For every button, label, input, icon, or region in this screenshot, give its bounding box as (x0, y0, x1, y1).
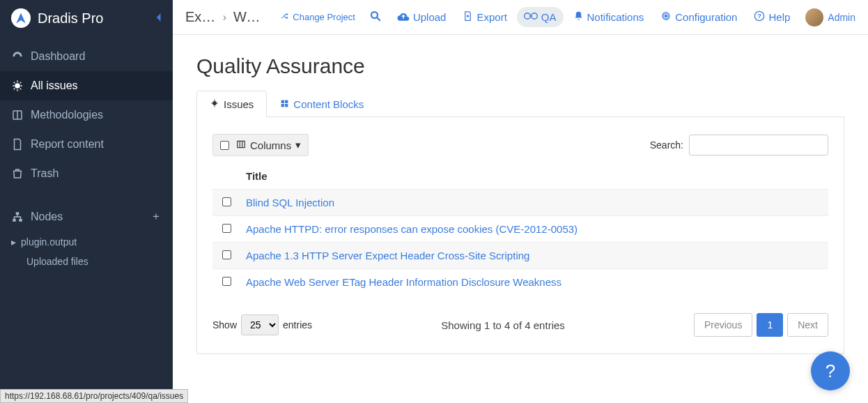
issues-table: Title Blind SQL Injection Apache HTTPD: … (212, 163, 828, 295)
sidebar-item-label: Trash (31, 167, 59, 180)
svg-line-7 (377, 17, 380, 21)
export-icon (463, 10, 473, 24)
search-input[interactable] (689, 135, 828, 155)
tree-item-label: plugin.output (21, 236, 77, 248)
svg-rect-18 (285, 104, 288, 107)
col-header-checkbox (212, 163, 240, 190)
svg-rect-19 (238, 141, 245, 147)
add-node-icon[interactable]: ＋ (150, 209, 162, 224)
tree-item-plugin-output[interactable]: ▸ plugin.output (11, 232, 173, 252)
grid-icon (280, 98, 289, 110)
svg-rect-3 (16, 212, 20, 215)
sidebar-item-all-issues[interactable]: All issues (0, 71, 173, 100)
page-title: Quality Assurance (196, 54, 844, 78)
next-page-button[interactable]: Next (787, 313, 828, 337)
configuration-button[interactable]: Configuration (653, 6, 744, 28)
nodes-tree: ▸ plugin.output Uploaded files (0, 232, 173, 271)
breadcrumb-project[interactable]: Exam… (185, 9, 216, 25)
book-icon (11, 109, 31, 121)
row-checkbox[interactable] (222, 224, 231, 233)
table-footer: Show 25 entries Showing 1 to 4 of 4 entr… (212, 313, 828, 337)
app-logo (11, 8, 31, 28)
svg-point-6 (371, 12, 378, 18)
admin-menu[interactable]: Admin (805, 8, 855, 26)
topbar: Exam… › Welco… Change Project Upload Exp… (173, 0, 868, 35)
page-length: Show 25 entries (212, 314, 312, 335)
collapse-sidebar-icon[interactable] (155, 13, 162, 24)
sidebar-item-dashboard[interactable]: Dashboard (0, 42, 173, 71)
row-checkbox[interactable] (222, 277, 231, 286)
help-button[interactable]: ? Help (747, 6, 797, 28)
svg-rect-4 (13, 219, 16, 222)
dashboard-icon (11, 50, 31, 63)
svg-point-0 (15, 83, 20, 89)
sidebar-item-report-content[interactable]: Report content (0, 130, 173, 159)
qa-button[interactable]: QA (517, 7, 564, 27)
issues-panel: Columns ▾ Search: Title (196, 117, 844, 354)
tree-item-label: Uploaded files (26, 256, 88, 267)
nodes-icon (11, 211, 31, 223)
issue-link[interactable]: Apache 1.3 HTTP Server Expect Header Cro… (240, 243, 828, 269)
tabs: Issues Content Blocks (196, 91, 844, 117)
page-1-button[interactable]: 1 (757, 313, 783, 337)
svg-point-14 (212, 101, 217, 105)
issue-link[interactable]: Apache HTTPD: error responses can expose… (240, 216, 828, 243)
search-button[interactable] (364, 6, 387, 29)
sidebar-nav: Dashboard All issues Methodologies Repor… (0, 42, 173, 271)
shuffle-icon (281, 12, 289, 22)
caret-down-icon: ▾ (295, 139, 301, 151)
columns-button[interactable]: Columns ▾ (236, 139, 301, 151)
export-button[interactable]: Export (456, 6, 513, 28)
change-project-button[interactable]: Change Project (275, 8, 361, 26)
tab-issues[interactable]: Issues (196, 91, 267, 117)
svg-point-8 (525, 13, 531, 20)
col-header-title[interactable]: Title (240, 163, 828, 190)
file-icon (11, 138, 31, 151)
upload-button[interactable]: Upload (390, 7, 454, 27)
sidebar-item-label: All issues (31, 79, 78, 92)
qa-icon (524, 11, 538, 23)
brand-name: Dradis Pro (38, 10, 155, 26)
bell-icon (573, 10, 584, 24)
issue-link[interactable]: Blind SQL Injection (240, 190, 828, 216)
cloud-upload-icon (397, 11, 410, 23)
help-fab[interactable]: ? (811, 351, 850, 390)
sidebar: Dradis Pro Dashboard All issues Methodol… (0, 0, 173, 403)
svg-rect-17 (281, 104, 284, 107)
select-all-checkbox[interactable] (220, 141, 229, 150)
sidebar-header: Dradis Pro (0, 0, 173, 36)
table-toolbar: Columns ▾ Search: (212, 134, 828, 156)
tree-item-uploaded-files[interactable]: Uploaded files (11, 252, 173, 271)
gear-icon (660, 10, 672, 24)
prev-page-button[interactable]: Previous (694, 313, 752, 337)
content: Quality Assurance Issues Content Blocks (173, 35, 868, 403)
issue-link[interactable]: Apache Web Server ETag Header Informatio… (240, 269, 828, 296)
tab-content-blocks[interactable]: Content Blocks (267, 91, 377, 117)
table-info: Showing 1 to 4 of 4 entries (441, 319, 565, 331)
row-checkbox[interactable] (222, 197, 231, 206)
sidebar-item-trash[interactable]: Trash (0, 159, 173, 188)
sidebar-item-label: Methodologies (31, 109, 103, 121)
table-search: Search: (650, 135, 828, 155)
svg-point-9 (532, 13, 538, 20)
trash-icon (11, 167, 31, 180)
bulk-select-group: Columns ▾ (212, 134, 309, 156)
row-checkbox[interactable] (222, 250, 231, 259)
table-row: Apache HTTPD: error responses can expose… (212, 216, 828, 243)
table-row: Blind SQL Injection (212, 190, 828, 216)
sidebar-section-nodes[interactable]: Nodes ＋ (0, 201, 173, 232)
sidebar-item-label: Dashboard (31, 50, 85, 63)
sidebar-item-methodologies[interactable]: Methodologies (0, 100, 173, 130)
breadcrumb-page[interactable]: Welco… (233, 9, 265, 25)
bug-icon (210, 98, 219, 110)
nodes-label: Nodes (31, 211, 63, 223)
pagination: Previous 1 Next (694, 313, 828, 337)
columns-icon (236, 139, 246, 151)
notifications-button[interactable]: Notifications (566, 6, 651, 28)
search-label: Search: (650, 139, 683, 151)
main: Exam… › Welco… Change Project Upload Exp… (173, 0, 868, 403)
question-icon: ? (826, 360, 835, 382)
sidebar-item-label: Report content (31, 138, 104, 151)
page-length-select[interactable]: 25 (241, 314, 279, 335)
svg-text:?: ? (758, 13, 762, 20)
